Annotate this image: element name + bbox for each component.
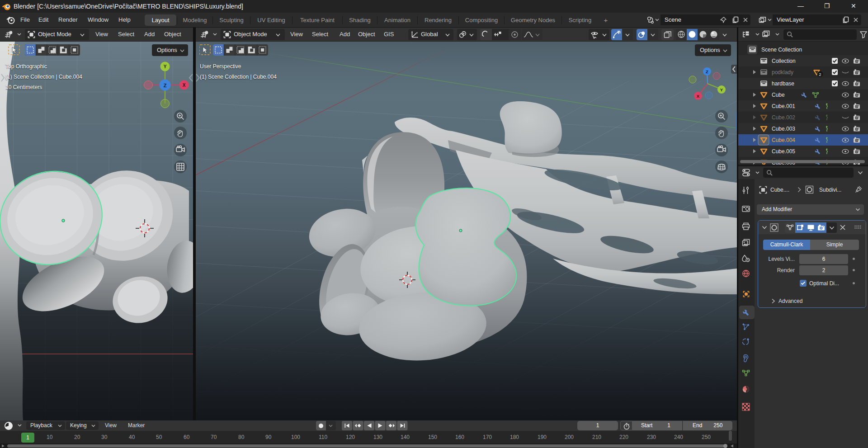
svg-text:Z: Z bbox=[706, 69, 708, 74]
svg-text:Collection: Collection bbox=[772, 58, 796, 64]
svg-text:Cube.005: Cube.005 bbox=[772, 148, 795, 155]
svg-text:X: X bbox=[697, 94, 700, 99]
svg-text:Y: Y bbox=[164, 64, 167, 69]
svg-text:X: X bbox=[183, 83, 186, 88]
svg-text:2: 2 bbox=[819, 72, 821, 77]
svg-text:Cube.002: Cube.002 bbox=[772, 114, 795, 121]
svg-text:podklady: podklady bbox=[772, 69, 793, 75]
svg-text:Cube.004: Cube.004 bbox=[772, 137, 795, 143]
svg-text:Scene Collection: Scene Collection bbox=[761, 47, 802, 53]
svg-text:Z: Z bbox=[164, 83, 167, 88]
svg-text:Y: Y bbox=[720, 87, 723, 92]
svg-text:Cube.003: Cube.003 bbox=[772, 126, 795, 132]
svg-text:hardbase: hardbase bbox=[772, 80, 794, 87]
svg-text:Cube.001: Cube.001 bbox=[772, 103, 795, 109]
svg-text:Cube: Cube bbox=[772, 92, 785, 98]
